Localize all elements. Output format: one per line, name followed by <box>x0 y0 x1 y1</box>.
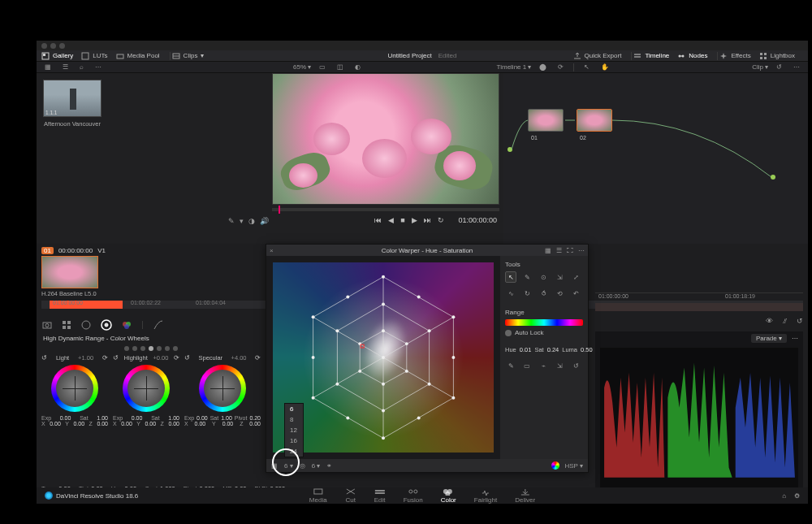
scrub-bar[interactable] <box>272 208 499 211</box>
palette-curves-icon[interactable] <box>153 319 164 331</box>
more-icon[interactable]: ⋯ <box>578 247 585 254</box>
view-stills-icon[interactable]: ▦ <box>41 63 54 71</box>
topbar-gallery[interactable]: Gallery <box>41 52 73 60</box>
scopes-more-icon[interactable]: ⋯ <box>792 335 798 342</box>
footer-grid-icon[interactable]: ▦ <box>271 462 278 470</box>
page-tab-deliver[interactable]: Deliver <box>515 487 535 504</box>
footer-res-dd[interactable]: 6 ▾ <box>284 462 293 470</box>
footer-res2-dd[interactable]: 6 ▾ <box>312 462 321 470</box>
hand-icon[interactable]: ✋ <box>598 63 612 71</box>
sat-value[interactable]: 0.24 <box>547 346 559 353</box>
topbar-effects[interactable]: Effects <box>719 52 750 60</box>
reset-icon[interactable]: ↺ <box>773 63 785 71</box>
topbar-mediapool[interactable]: Media Pool <box>116 52 160 60</box>
reseticon2[interactable]: ↺ <box>570 360 581 371</box>
loop-icon[interactable]: ↻ <box>438 216 444 224</box>
clip-dd[interactable]: Clip ▾ <box>752 63 768 71</box>
select-tool-icon[interactable]: ↖ <box>505 271 516 283</box>
palette-camera-raw-icon[interactable] <box>41 319 53 331</box>
wheel-reset2-icon[interactable]: ⟳ <box>174 354 179 362</box>
page-tab-fairlight[interactable]: Fairlight <box>474 487 497 504</box>
prev-frame-icon[interactable]: ◀ <box>388 216 394 224</box>
hue-value[interactable]: 0.01 <box>520 346 532 353</box>
grid-view-icon[interactable]: ▦ <box>545 247 551 254</box>
topbar-quickexport[interactable]: Quick Export <box>573 52 622 60</box>
traffic-close[interactable] <box>41 43 47 49</box>
settings-icon[interactable]: ⚙ <box>794 492 800 500</box>
wheel-offset[interactable]: +0.00 <box>153 354 168 362</box>
smooth-tool-icon[interactable]: ∿ <box>505 288 516 299</box>
topbar-nodes[interactable]: Nodes <box>677 52 707 60</box>
contract-icon[interactable]: ⇲ <box>554 360 565 371</box>
palette-wheels-icon[interactable] <box>80 319 92 331</box>
page-tab-fusion[interactable]: Fusion <box>404 487 423 504</box>
list-view-icon[interactable]: ☰ <box>556 247 562 254</box>
undo-tool-icon[interactable]: ↶ <box>570 288 581 299</box>
zone-tabs[interactable] <box>41 346 261 351</box>
feather-icon[interactable]: ⌁ <box>538 360 549 371</box>
color-wheel[interactable] <box>51 365 98 412</box>
page-tab-edit[interactable]: Edit <box>374 487 386 504</box>
viewer-canvas[interactable] <box>272 73 499 205</box>
more-icon[interactable]: ⋯ <box>92 63 105 71</box>
playhead[interactable] <box>279 206 280 214</box>
res-option-24[interactable]: 24 <box>285 446 303 457</box>
timeline-ruler[interactable]: 01:00:00:00 01:00:18:19 <box>595 292 803 312</box>
mute-icon[interactable]: 🔊 <box>260 217 269 225</box>
wheel-reset-icon[interactable]: ↺ <box>41 354 47 362</box>
timeline-dd[interactable]: Timeline 1 ▾ <box>497 63 532 71</box>
color-wheel[interactable] <box>123 365 170 412</box>
traffic-max[interactable] <box>59 43 65 49</box>
wheel-reset2-icon[interactable]: ⟳ <box>102 354 108 362</box>
res-option-12[interactable]: 12 <box>285 425 303 435</box>
pin-tool-icon[interactable]: ⊙ <box>538 271 549 283</box>
page-tab-color[interactable]: Color <box>441 487 456 504</box>
draw-tool-icon[interactable]: ✎ <box>521 271 533 283</box>
eye-icon[interactable]: 👁 <box>766 317 773 330</box>
warper-titlebar[interactable]: × Color Warper - Hue - Saturation ▦ ☰ ⛶ … <box>266 245 588 256</box>
view-list-icon[interactable]: ☰ <box>59 63 71 71</box>
next-frame-icon[interactable]: ⏭ <box>424 216 431 224</box>
twist-tool-icon[interactable]: ⥀ <box>538 288 549 299</box>
wheel-reset-icon[interactable]: ↺ <box>184 354 190 362</box>
first-frame-icon[interactable]: ⏮ <box>374 216 382 224</box>
node-graph[interactable]: 01 02 <box>503 73 808 244</box>
expand-tool-icon[interactable]: ⤢ <box>570 271 581 283</box>
resolution-menu[interactable]: 68121624 <box>284 403 304 457</box>
reset-scope-icon[interactable]: ↺ <box>797 317 803 330</box>
wheel-reset2-icon[interactable]: ⟳ <box>255 354 261 362</box>
highlight-icon[interactable]: ◐ <box>352 63 364 71</box>
clip-thumb[interactable] <box>41 256 98 288</box>
traffic-min[interactable] <box>50 43 56 49</box>
wheel-offset[interactable]: +4.00 <box>231 354 247 362</box>
home-icon[interactable]: ⌂ <box>782 492 786 500</box>
res-option-16[interactable]: 16 <box>285 435 303 446</box>
range-bar[interactable] <box>505 319 583 326</box>
pointer-icon[interactable]: ↖ <box>581 63 593 71</box>
aspect-icon[interactable]: ▭ <box>316 63 329 71</box>
topbar-clips-dd[interactable]: Clips ▾ <box>172 52 205 60</box>
picker-icon[interactable]: ✎ <box>228 217 235 225</box>
footer-link-icon[interactable]: ⚭ <box>326 462 332 470</box>
timeline-clip-block[interactable] <box>595 303 803 311</box>
palette-hdr-icon[interactable] <box>100 318 113 331</box>
play-icon[interactable]: ▶ <box>412 216 417 224</box>
waveform-icon[interactable]: ⫽ <box>781 317 788 330</box>
topbar-timeline[interactable]: Timeline <box>633 52 669 60</box>
page-tab-cut[interactable]: Cut <box>345 487 356 504</box>
res-option-6[interactable]: 6 <box>285 404 303 414</box>
palette-colorchecker-icon[interactable] <box>61 319 72 331</box>
footer-radial-icon[interactable]: ◎ <box>300 462 305 470</box>
topbar-luts[interactable]: LUTs <box>81 52 107 60</box>
topbar-lightbox[interactable]: Lightbox <box>759 52 795 60</box>
pull-tool-icon[interactable]: ⇲ <box>554 271 565 283</box>
more2-icon[interactable]: ⋯ <box>790 63 803 71</box>
color-wheel[interactable] <box>199 365 246 412</box>
zoom-dd[interactable]: 65% ▾ <box>293 63 311 71</box>
stop-icon[interactable]: ■ <box>400 216 404 224</box>
split-icon[interactable]: ◫ <box>334 63 347 71</box>
res-option-8[interactable]: 8 <box>285 414 303 425</box>
luma-value[interactable]: 0.50 <box>581 346 593 353</box>
reset-tool-icon[interactable]: ⟲ <box>554 288 565 299</box>
record-icon[interactable]: ⬤ <box>536 63 550 71</box>
